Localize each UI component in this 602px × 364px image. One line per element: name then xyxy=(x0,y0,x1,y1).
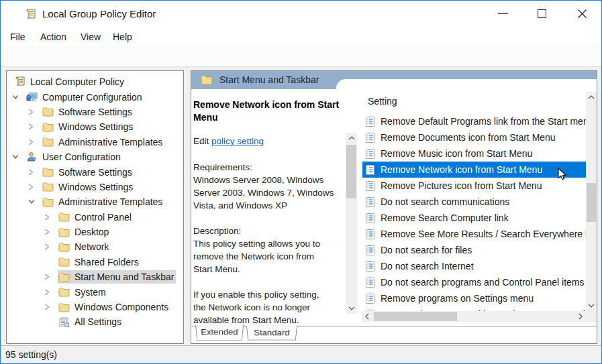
maximize-button[interactable] xyxy=(526,1,557,27)
minimize-button[interactable] xyxy=(487,1,518,27)
tree-expander[interactable] xyxy=(44,243,58,250)
tree-expander[interactable] xyxy=(28,139,42,145)
tree-item-label: Local Computer Policy xyxy=(30,76,124,87)
tree-expander[interactable] xyxy=(44,214,58,221)
console-tree: Local Computer PolicyComputer Configurat… xyxy=(7,74,183,330)
tree-item-administrative-templates[interactable]: Administrative Templates xyxy=(7,194,183,209)
list-item-setting[interactable]: Remove Default Programs link from the St… xyxy=(362,113,586,129)
menu-file[interactable]: File xyxy=(10,30,26,44)
tree-item-start-menu-and-taskbar[interactable]: Start Menu and Taskbar xyxy=(7,269,183,284)
tree-item-control-panel[interactable]: Control Panel xyxy=(7,210,183,225)
tree-expander[interactable] xyxy=(44,229,58,235)
folder-icon xyxy=(58,241,70,252)
list-item-setting[interactable]: Remove Search Computer link xyxy=(362,210,586,226)
scroll-down-button[interactable] xyxy=(586,300,597,311)
tree-expander[interactable] xyxy=(12,154,26,160)
chevron-right-icon xyxy=(44,229,50,235)
tree-expander[interactable] xyxy=(28,109,42,115)
setting-column-header[interactable]: Setting xyxy=(368,94,502,109)
description-scrollbar[interactable] xyxy=(346,133,357,314)
tree-item-body[interactable]: Software Settings xyxy=(42,105,134,119)
list-item-setting[interactable]: Do not search communications xyxy=(362,194,586,210)
menu-view[interactable]: View xyxy=(81,30,101,44)
list-vertical-scrollbar[interactable] xyxy=(586,92,597,311)
list-item-setting[interactable]: Remove Documents icon from Start Menu xyxy=(362,129,586,145)
tree-item-computer-configuration[interactable]: Computer Configuration xyxy=(7,89,183,104)
chevron-right-icon xyxy=(579,313,583,320)
tree-selection[interactable]: Start Menu and Taskbar xyxy=(58,270,176,284)
tree-item-label: Software Settings xyxy=(58,107,132,117)
tree-item-body[interactable]: Windows Settings xyxy=(42,180,135,194)
tree-item-body[interactable]: Administrative Templates xyxy=(42,195,164,208)
tree-expander[interactable] xyxy=(44,289,58,296)
tree-item-body[interactable]: System xyxy=(58,286,108,299)
details-pane: Start Menu and Taskbar Remove Network ic… xyxy=(191,70,597,344)
tab-standard[interactable]: Standard xyxy=(246,326,297,341)
chevron-down-icon xyxy=(348,306,355,310)
list-item-setting[interactable]: Remove Music icon from Start Menu xyxy=(362,145,586,162)
tree-item-body[interactable]: Control Panel xyxy=(58,210,134,224)
list-item-setting[interactable]: Do not search for files xyxy=(362,242,586,258)
scrollbar-thumb[interactable] xyxy=(587,183,596,222)
titlebar[interactable]: Local Group Policy Editor xyxy=(1,1,601,27)
tree-expander[interactable] xyxy=(44,304,58,310)
chevron-right-icon xyxy=(28,169,34,176)
scroll-up-button[interactable] xyxy=(346,133,357,143)
tree-item-body[interactable]: Computer Configuration xyxy=(26,90,144,104)
tree-item-body[interactable]: User Configuration xyxy=(26,150,123,164)
tree-expander[interactable] xyxy=(12,95,26,100)
list-item-setting[interactable]: Remove Pictures icon from Start Menu xyxy=(362,178,586,194)
list-horizontal-scrollbar[interactable] xyxy=(362,311,586,322)
list-item-setting[interactable]: Remove programs on Settings menu xyxy=(362,290,586,306)
tree-expander[interactable] xyxy=(28,169,42,176)
tree-item-all-settings[interactable]: All Settings xyxy=(7,314,183,329)
tree-item-software-settings[interactable]: Software Settings xyxy=(7,164,183,179)
chevron-right-icon xyxy=(44,274,50,280)
tree-item-body[interactable]: Shared Folders xyxy=(58,255,141,269)
tree-item-network[interactable]: Network xyxy=(7,239,183,254)
list-item-setting[interactable]: Do not search Internet xyxy=(362,258,586,274)
tree-item-windows-settings[interactable]: Windows Settings xyxy=(7,119,183,134)
list-item-setting[interactable]: Do not search programs and Control Panel… xyxy=(362,274,586,290)
policy-setting-link[interactable]: policy setting xyxy=(211,136,264,146)
scroll-down-button[interactable] xyxy=(346,303,357,314)
scroll-up-button[interactable] xyxy=(586,92,597,103)
tree-item-body[interactable]: Software Settings xyxy=(42,166,134,179)
tree-item-body[interactable]: Desktop xyxy=(58,225,111,239)
tree-item-body[interactable]: Windows Settings xyxy=(42,120,135,133)
tree-expander[interactable] xyxy=(28,199,42,204)
tree-item-administrative-templates[interactable]: Administrative Templates xyxy=(7,135,183,149)
scrollbar-thumb[interactable] xyxy=(374,312,457,321)
scroll-left-button[interactable] xyxy=(362,311,372,322)
tree-item-body[interactable]: Windows Components xyxy=(58,300,170,314)
tree-expander[interactable] xyxy=(44,274,58,280)
list-item-setting[interactable]: Remove Network icon from Start Menu xyxy=(362,162,586,178)
tree-expander[interactable] xyxy=(28,184,42,190)
tree-expander[interactable] xyxy=(28,123,42,130)
menu-action[interactable]: Action xyxy=(40,30,66,44)
tree-item-software-settings[interactable]: Software Settings xyxy=(7,105,183,119)
chevron-up-icon xyxy=(588,95,595,99)
close-button[interactable] xyxy=(566,1,597,27)
tree-item-windows-components[interactable]: Windows Components xyxy=(7,300,183,314)
tree-item-body[interactable]: Administrative Templates xyxy=(42,135,164,149)
tree-item-user-configuration[interactable]: User Configuration xyxy=(7,149,183,164)
tree-item-body[interactable]: Local Computer Policy xyxy=(13,75,126,88)
tree-item-body[interactable]: Network xyxy=(58,240,111,253)
folder-icon xyxy=(58,287,70,298)
tree-item-body[interactable]: All Settings xyxy=(58,315,123,328)
tree-item-label: Windows Components xyxy=(74,302,168,312)
tree-item-shared-folders[interactable]: Shared Folders xyxy=(7,255,183,269)
tab-extended[interactable]: Extended xyxy=(195,325,244,341)
tree-item-system[interactable]: System xyxy=(7,284,183,299)
scroll-right-button[interactable] xyxy=(575,311,586,322)
tree-item-local-computer-policy[interactable]: Local Computer Policy xyxy=(7,74,183,89)
tree-item-windows-settings[interactable]: Windows Settings xyxy=(7,180,183,194)
chevron-right-icon xyxy=(28,109,34,115)
scrollbar-thumb[interactable] xyxy=(346,145,356,198)
list-item-setting[interactable]: Remove See More Results / Search Everywh… xyxy=(362,226,586,242)
tree-item-desktop[interactable]: Desktop xyxy=(7,225,183,239)
policy-setting-icon xyxy=(366,133,374,143)
list-item-label: Do not search communications xyxy=(381,196,509,207)
menu-help[interactable]: Help xyxy=(113,30,132,44)
